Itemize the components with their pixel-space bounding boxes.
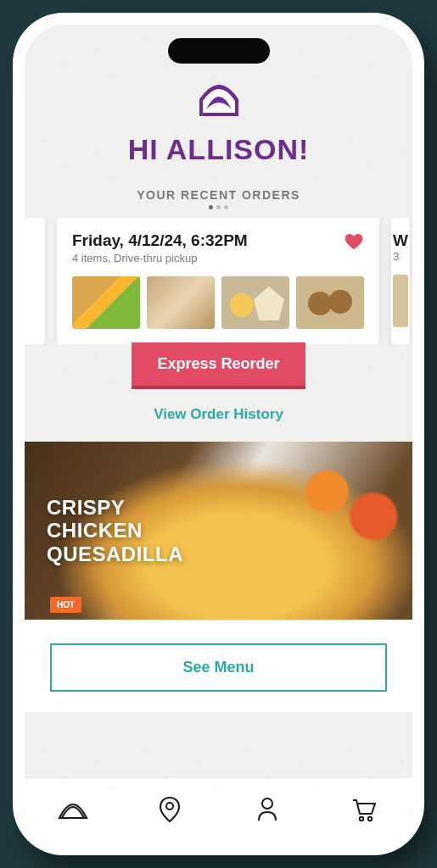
brand-logo (191, 75, 247, 126)
recent-orders-label: YOUR RECENT ORDERS (25, 188, 412, 202)
recent-orders-carousel[interactable]: Friday, 4/12/24, 6:32PM 4 items, Drive-t… (25, 218, 412, 344)
food-thumb-burrito (147, 276, 215, 329)
tab-cart[interactable] (347, 794, 381, 828)
view-order-history-link[interactable]: View Order History (25, 406, 412, 423)
food-thumb-bites (296, 276, 364, 329)
svg-point-1 (262, 798, 272, 809)
menu-button-wrap: See Menu (25, 620, 412, 712)
see-menu-button[interactable]: See Menu (50, 643, 387, 692)
peek-thumb (393, 275, 408, 327)
phone-screen: HI ALLISON! YOUR RECENT ORDERS Friday, 4… (25, 25, 412, 843)
svg-point-0 (166, 803, 173, 810)
taco-icon (58, 798, 88, 825)
peek-sub: 3 (393, 250, 408, 263)
scroll-content[interactable]: HI ALLISON! YOUR RECENT ORDERS Friday, 4… (25, 25, 412, 777)
favorite-heart-icon[interactable] (344, 231, 364, 252)
svg-point-2 (360, 816, 363, 820)
device-notch (168, 38, 270, 64)
svg-point-3 (368, 816, 372, 820)
promo-title: CRISPY CHICKEN QUESADILLA (47, 496, 183, 566)
express-reorder-button[interactable]: Express Reorder (132, 342, 305, 386)
carousel-dots (25, 205, 412, 209)
peek-title: W (393, 231, 408, 250)
food-thumb-taco (72, 276, 140, 329)
tab-locations[interactable] (153, 794, 187, 828)
order-card[interactable]: Friday, 4/12/24, 6:32PM 4 items, Drive-t… (57, 218, 379, 344)
user-icon (256, 797, 278, 826)
tab-bar (25, 777, 412, 843)
promo-banner[interactable]: CRISPY CHICKEN QUESADILLA (25, 442, 412, 620)
order-subtitle: 4 items, Drive-thru pickup (72, 252, 248, 264)
order-card-next-peek[interactable]: W 3 (391, 218, 410, 344)
cart-icon (351, 797, 377, 826)
order-items-row (72, 276, 364, 329)
tab-account[interactable] (250, 794, 284, 828)
greeting-text: HI ALLISON! (25, 133, 412, 166)
location-pin-icon (159, 796, 181, 826)
phone-frame: HI ALLISON! YOUR RECENT ORDERS Friday, 4… (13, 13, 424, 855)
order-card-prev-peek[interactable] (25, 218, 45, 344)
food-thumb-chips-dip (221, 276, 289, 329)
order-title: Friday, 4/12/24, 6:32PM (72, 231, 248, 250)
tab-home[interactable] (56, 794, 90, 828)
